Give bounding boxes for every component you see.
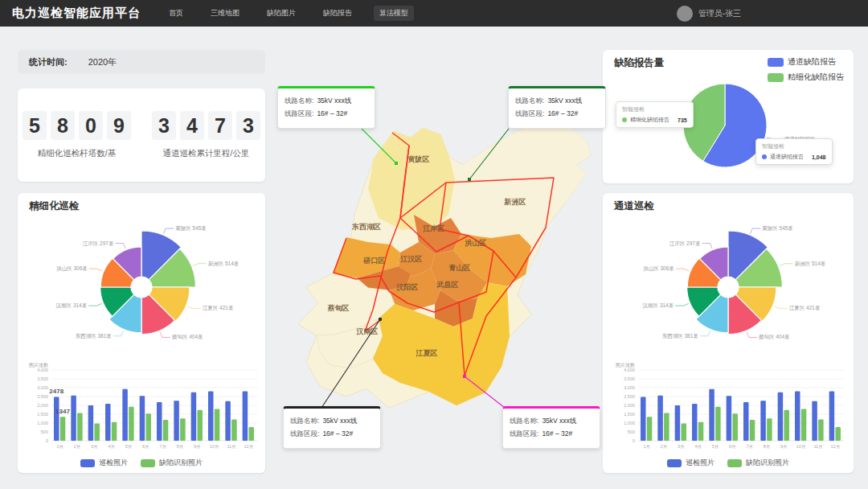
svg-text:黄陂区 545基: 黄陂区 545基	[175, 225, 207, 232]
nav-item-3d-map[interactable]: 三维地图	[205, 6, 245, 21]
legend-label: 巡检照片	[686, 458, 714, 468]
svg-text:1,500: 1,500	[37, 412, 48, 417]
svg-text:江夏区 421基: 江夏区 421基	[203, 305, 234, 311]
svg-text:4,000: 4,000	[624, 368, 635, 372]
tooltip-title: 智能巡检	[762, 142, 826, 150]
svg-text:东西湖区 381基: 东西湖区 381基	[76, 333, 113, 339]
svg-text:2,000: 2,000	[624, 403, 635, 408]
svg-text:蔡甸区 404基: 蔡甸区 404基	[172, 334, 203, 340]
svg-text:青山区: 青山区	[449, 264, 471, 272]
line-name-label: 线路名称:	[515, 97, 544, 105]
svg-text:1,000: 1,000	[624, 421, 635, 425]
nav-item-defect-reports[interactable]: 缺陷报告	[317, 6, 358, 21]
kpi-tower-digits: 5 8 0 9	[23, 111, 131, 140]
svg-text:洪山区 306基: 洪山区 306基	[643, 265, 674, 272]
tooltip-series: 精细化缺陷报告	[630, 116, 669, 124]
nav-menu: 首页 三维地图 缺陷图片 缺陷报告 算法模型	[163, 6, 414, 21]
digit: 4	[180, 111, 204, 140]
svg-text:图片张数: 图片张数	[616, 363, 635, 368]
line-callout-bottom-right: 线路名称:35kV xxx线 线路区段:16# – 32#	[502, 406, 600, 449]
legend-swatch	[141, 459, 155, 467]
line-section-label: 线路区段:	[510, 429, 538, 438]
svg-text:11月: 11月	[227, 444, 235, 450]
svg-text:0: 0	[633, 438, 635, 443]
line-name-label: 线路名称:	[510, 417, 538, 425]
svg-text:2,500: 2,500	[37, 394, 48, 399]
svg-text:东西湖区 381基: 东西湖区 381基	[662, 333, 699, 339]
line-section-label: 线路区段:	[285, 109, 313, 117]
digit: 0	[79, 111, 103, 140]
line-name-value: 35kV xxx线	[542, 417, 576, 425]
svg-text:新洲区: 新洲区	[504, 198, 526, 206]
svg-text:蔡甸区: 蔡甸区	[327, 304, 350, 312]
legend-swatch	[80, 459, 95, 467]
kpi-tower-label: 精细化巡检杆塔数/基	[38, 148, 116, 159]
user-menu[interactable]: 管理员-张三	[677, 6, 741, 22]
svg-text:12月: 12月	[831, 444, 841, 450]
svg-text:11月: 11月	[813, 444, 822, 450]
avatar[interactable]	[677, 6, 693, 22]
svg-text:3,000: 3,000	[37, 385, 48, 390]
legend-label: 缺陷识别照片	[159, 458, 203, 468]
kpi-card: 5 8 0 9 精细化巡检杆塔数/基 3 4 7 3 通道巡检累计里程/公里	[18, 88, 265, 182]
svg-text:3月: 3月	[678, 444, 685, 450]
tooltip-value: 735	[678, 117, 687, 123]
stat-time-filter[interactable]: 统计时间: 2020年	[18, 50, 265, 74]
svg-text:5月: 5月	[125, 444, 133, 450]
svg-text:4,000: 4,000	[37, 368, 48, 372]
digit: 5	[23, 111, 47, 140]
legend-label: 缺陷识别照片	[746, 458, 789, 468]
svg-text:4月: 4月	[108, 444, 115, 450]
line-name-label: 线路名称:	[290, 417, 319, 425]
svg-text:蔡甸区 404基: 蔡甸区 404基	[759, 334, 790, 340]
line-name-value: 35kV xxx线	[317, 97, 351, 105]
svg-text:9月: 9月	[194, 444, 201, 450]
svg-text:0: 0	[46, 438, 48, 443]
svg-text:500: 500	[41, 429, 48, 434]
legend-swatch	[727, 459, 742, 467]
legend-item[interactable]: 巡检照片	[80, 458, 128, 468]
nav-item-algorithm-models[interactable]: 算法模型	[374, 6, 414, 21]
svg-text:1月: 1月	[56, 444, 63, 450]
svg-text:6月: 6月	[729, 444, 736, 450]
svg-text:1347: 1347	[55, 408, 70, 415]
svg-text:江汉区: 江汉区	[400, 255, 423, 263]
channel-bar-chart[interactable]: 05001,0001,5002,0002,5003,0003,5004,000图…	[603, 360, 854, 458]
svg-text:汉南区 314基: 汉南区 314基	[56, 302, 88, 309]
svg-text:10月: 10月	[796, 444, 806, 450]
svg-text:黄陂区 545基: 黄陂区 545基	[762, 225, 793, 232]
channel-bar-legend[interactable]: 巡检照片缺陷识别照片	[603, 458, 854, 468]
line-callout-top-left: 线路名称:35kV xxx线 线路区段:16# – 32#	[277, 86, 375, 129]
svg-text:洪山区 306基: 洪山区 306基	[56, 265, 88, 272]
fine-rose-chart[interactable]: 黄陂区 545基新洲区 514基江夏区 421基蔡甸区 404基东西湖区 381…	[18, 211, 265, 360]
svg-text:7月: 7月	[159, 444, 166, 450]
fine-inspection-panel: 精细化巡检 黄陂区 545基新洲区 514基江夏区 421基蔡甸区 404基东西…	[18, 193, 265, 473]
legend-item[interactable]: 巡检照片	[667, 458, 714, 468]
svg-text:汉南区: 汉南区	[356, 327, 379, 335]
fine-bar-legend[interactable]: 巡检照片缺陷识别照片	[18, 458, 265, 468]
svg-text:6月: 6月	[142, 444, 149, 450]
tooltip-value: 1,048	[812, 154, 826, 160]
svg-text:江岸区 297基: 江岸区 297基	[669, 240, 701, 247]
legend-dot	[622, 117, 627, 122]
svg-text:1月: 1月	[643, 444, 650, 450]
svg-text:7月: 7月	[746, 444, 753, 450]
stat-time-value: 2020年	[88, 56, 117, 68]
nav-item-home[interactable]: 首页	[163, 6, 189, 21]
channel-rose-chart[interactable]: 黄陂区 545基新洲区 514基江夏区 421基蔡甸区 404基东西湖区 381…	[603, 211, 854, 360]
line-callout-bottom-left: 线路名称:35kV xxx线 线路区段:16# – 32#	[283, 406, 381, 449]
legend-item[interactable]: 缺陷识别照片	[727, 458, 789, 468]
legend-item[interactable]: 缺陷识别照片	[141, 458, 203, 468]
line-section-value: 16# – 32#	[317, 109, 347, 117]
svg-text:汉南区 314基: 汉南区 314基	[643, 302, 674, 309]
legend-dot	[762, 154, 767, 159]
svg-text:武昌区: 武昌区	[436, 281, 459, 289]
svg-text:3月: 3月	[91, 444, 98, 450]
svg-text:江夏区 421基: 江夏区 421基	[789, 305, 821, 311]
kpi-mileage-label: 通道巡检累计里程/公里	[163, 148, 250, 159]
kpi-mileage-digits: 3 4 7 3	[152, 111, 260, 140]
fine-bar-chart[interactable]: 05001,0001,5002,0002,5003,0003,5004,000图…	[18, 360, 265, 458]
svg-text:新洲区 514基: 新洲区 514基	[795, 261, 826, 267]
nav-item-defect-images[interactable]: 缺陷图片	[261, 6, 301, 21]
svg-text:8月: 8月	[764, 444, 771, 450]
